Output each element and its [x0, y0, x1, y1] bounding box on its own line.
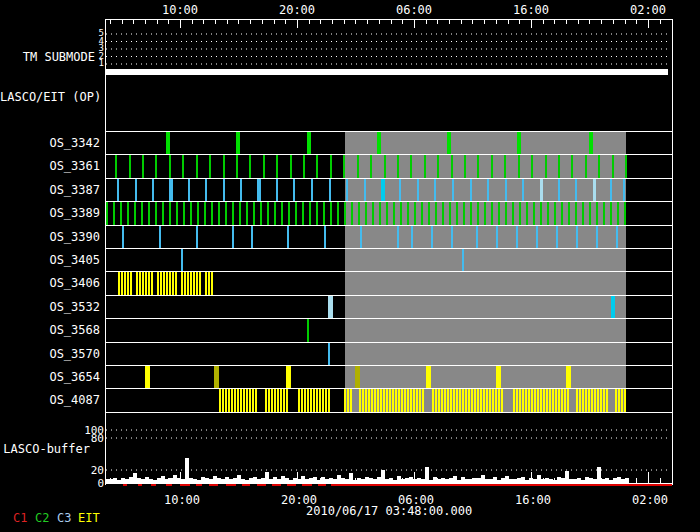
os-mark — [249, 155, 251, 178]
buffer-bar — [397, 476, 401, 484]
row-label: OS_3361 — [49, 159, 100, 173]
os-mark — [214, 366, 219, 388]
os-mark — [476, 226, 478, 248]
buffer-bar — [529, 478, 533, 484]
os-mark — [365, 389, 367, 412]
os-mark — [522, 179, 524, 201]
os-mark — [449, 202, 451, 225]
legend-item-eit: EIT — [78, 511, 100, 525]
buffer-bar — [481, 475, 485, 484]
os-mark — [115, 155, 117, 178]
os-mark — [368, 389, 370, 412]
os-mark — [513, 389, 515, 412]
os-mark — [113, 202, 115, 225]
os-mark — [357, 155, 359, 178]
os-mark — [417, 179, 419, 201]
buffer-bar — [221, 479, 225, 484]
os-mark — [260, 202, 262, 225]
os-mark — [240, 389, 242, 412]
os-mark — [148, 272, 150, 295]
top-minor-tick — [122, 19, 123, 24]
os-mark — [148, 202, 150, 225]
top-major-tick — [648, 19, 649, 28]
os-mark — [489, 389, 491, 412]
os-mark — [309, 202, 311, 225]
buffer-bar — [313, 477, 317, 484]
os-mark — [302, 202, 304, 225]
buffer-bar — [377, 477, 381, 484]
os-mark — [444, 389, 446, 412]
buffer-bar — [205, 478, 209, 484]
top-minor-tick — [402, 19, 403, 24]
top-minor-tick — [578, 19, 579, 24]
buffer-bar — [177, 478, 181, 484]
buffer-bar — [273, 477, 277, 484]
os-mark — [447, 389, 449, 412]
os-mark — [121, 272, 123, 295]
os-mark — [491, 155, 493, 178]
bottom-minor-tick — [660, 478, 661, 483]
os-mark — [431, 226, 433, 248]
buffer-bar — [577, 478, 581, 484]
os-mark — [187, 272, 189, 295]
os-mark — [303, 155, 305, 178]
buffer-bar — [269, 479, 273, 484]
top-minor-tick — [496, 19, 497, 24]
row-divider — [105, 178, 672, 179]
os-mark — [576, 226, 578, 248]
buffer-bar — [405, 478, 409, 484]
os-mark — [298, 389, 300, 412]
os-mark — [386, 389, 388, 412]
buffer-red-segment — [287, 484, 296, 486]
os-mark — [290, 155, 292, 178]
os-mark — [228, 389, 230, 412]
os-mark — [316, 155, 318, 178]
os-mark — [328, 343, 330, 365]
buffer-bar — [585, 477, 589, 484]
os-mark — [346, 179, 348, 201]
buffer-red-segment — [226, 484, 236, 486]
os-mark — [141, 202, 143, 225]
os-mark — [428, 202, 430, 225]
os-mark — [624, 389, 626, 412]
os-mark — [545, 155, 547, 178]
buffer-bar — [609, 480, 613, 484]
os-mark — [549, 389, 551, 412]
buffer-bar — [425, 467, 429, 484]
buffer-red-segment — [151, 484, 156, 486]
buffer-bar — [497, 480, 501, 484]
os-mark — [134, 202, 136, 225]
os-mark — [498, 389, 500, 412]
x-axis-label-top: 20:00 — [279, 3, 315, 17]
os-mark — [190, 202, 192, 225]
top-minor-tick — [508, 19, 509, 24]
os-mark — [411, 226, 413, 248]
os-mark — [410, 389, 412, 412]
buffer-red-segment — [209, 484, 218, 486]
os-mark — [571, 155, 573, 178]
buffer-bar — [161, 476, 165, 484]
os-mark — [617, 202, 619, 225]
buffer-bar — [457, 480, 461, 484]
os-mark — [350, 389, 352, 412]
os-mark — [155, 155, 157, 178]
buffer-bar — [401, 479, 405, 484]
row-label: OS_3387 — [49, 183, 100, 197]
os-mark — [459, 389, 461, 412]
os-mark — [196, 272, 198, 295]
os-mark — [127, 272, 129, 295]
top-minor-tick — [543, 19, 544, 24]
os-mark — [155, 202, 157, 225]
os-mark — [582, 389, 584, 412]
os-mark — [277, 389, 279, 412]
buffer-bar — [181, 479, 185, 484]
os-mark — [184, 272, 186, 295]
os-mark — [225, 389, 227, 412]
os-mark — [470, 202, 472, 225]
os-mark — [377, 132, 381, 154]
buffer-bar — [493, 477, 497, 484]
buffer-bar — [261, 478, 265, 484]
os-mark — [122, 226, 124, 248]
os-mark — [615, 389, 617, 412]
bottom-minor-tick — [636, 478, 637, 483]
